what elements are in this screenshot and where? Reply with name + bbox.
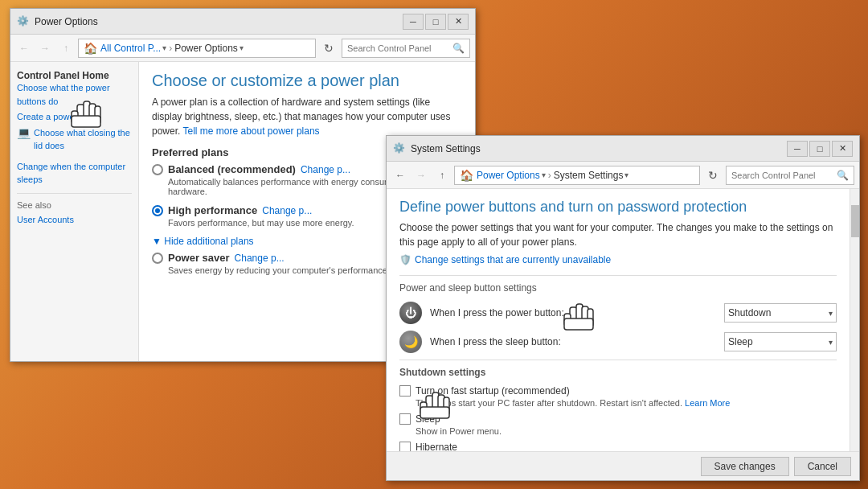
power-button-label: When I press the power button: [430,307,716,318]
sys-breadcrumb-sep: › [548,170,551,181]
sys-back-button[interactable]: ← [391,166,409,184]
fast-startup-checkbox[interactable] [399,385,411,397]
sidebar-link-accounts[interactable]: User Accounts [17,213,132,227]
system-settings-content-area: Define power buttons and turn on passwor… [387,189,859,480]
breadcrumb-separator: › [169,43,172,54]
plan-highperf-name: High performance [168,204,257,216]
breadcrumb-current-dropdown[interactable]: ▾ [240,43,244,52]
power-button-value: Shutdown [728,307,771,318]
system-settings-bottom-bar: Save changes Cancel [387,451,859,480]
shield-icon: 🛡️ [399,254,411,265]
shutdown-title: Shutdown settings [399,367,837,378]
sys-change-link[interactable]: 🛡️ Change settings that are currently un… [399,254,837,265]
system-settings-icon: ⚙️ [393,142,406,155]
power-options-sidebar: Control Panel Home Choose what the power… [10,62,139,361]
close-button[interactable]: ✕ [448,14,469,30]
page-title: Choose or customize a power plan [152,72,462,90]
sidebar-link-buttons[interactable]: Choose what the power buttons do [17,81,132,108]
system-settings-titlebar: ⚙️ System Settings ─ □ ✕ [387,136,859,162]
sleep-checkbox-label: Sleep [416,413,502,426]
power-options-icon: ⚙️ [17,15,30,28]
see-also-label: See also [17,200,132,210]
plan-powersaver-radio[interactable] [152,253,163,264]
sleep-button-dropdown-arrow: ▾ [829,338,833,347]
sys-maximize-button[interactable]: □ [809,141,830,157]
sys-search-icon: 🔍 [837,170,849,181]
plan-highperf-radio[interactable] [152,205,163,216]
power-button-icon: ⏻ [399,302,422,324]
power-sleep-section: Power and sleep button settings [399,282,837,294]
sys-refresh-button[interactable]: ↻ [703,166,723,185]
plan-highperf-change[interactable]: Change p... [262,205,312,216]
power-options-titlebar: ⚙️ Power Options ─ □ ✕ [10,9,475,35]
fast-startup-label: Turn on fast startup (recommended) [416,384,730,398]
sleep-checkbox-sublabel: Show in Power menu. [416,426,502,436]
sleep-button-value: Sleep [728,336,753,347]
fast-startup-text: Turn on fast startup (recommended) This … [416,384,730,408]
sys-breadcrumb-current: System Settings [554,170,624,181]
sleep-button-label: When I press the sleep button: [430,336,716,347]
breadcrumb-allcontrol[interactable]: All Control P... [100,43,161,54]
sys-breadcrumb-current-dropdown[interactable]: ▾ [624,171,628,179]
sys-up-button[interactable]: ↑ [433,166,451,184]
sys-search-box[interactable]: 🔍 [726,166,854,185]
sleep-text: Sleep Show in Power menu. [416,413,502,436]
sys-forward-button[interactable]: → [412,166,430,184]
breadcrumb-icon: 🏠 [84,42,97,55]
checkbox-fast-startup: Turn on fast startup (recommended) This … [399,384,837,408]
cancel-button[interactable]: Cancel [794,457,851,476]
system-window-controls: ─ □ ✕ [787,141,853,157]
checkbox-sleep: Sleep Show in Power menu. [399,413,837,436]
search-input[interactable] [347,43,452,53]
sleep-checkbox[interactable] [399,413,411,425]
sidebar-link-sleep[interactable]: Change when the computer sleeps [17,160,132,187]
plan-balanced-change[interactable]: Change p... [301,164,350,175]
power-options-addressbar: ← → ↑ 🏠 All Control P... ▾ › Power Optio… [10,35,475,62]
breadcrumb-current: Power Options [174,43,238,54]
power-button-setting: ⏻ When I press the power button: Shutdow… [399,302,837,324]
sys-breadcrumb-bar[interactable]: 🏠 Power Options ▾ › System Settings ▾ [454,166,700,185]
up-button[interactable]: ↑ [57,39,75,57]
sidebar-item-lid[interactable]: 💻 Choose what closing the lid does [17,126,132,155]
sleep-button-icon: 🌙 [399,331,422,353]
back-button[interactable]: ← [15,39,33,57]
sidebar-link-create[interactable]: Create a power plan [17,110,132,124]
system-settings-addressbar: ← → ↑ 🏠 Power Options ▾ › System Setting… [387,162,859,189]
system-settings-main: Define power buttons and turn on passwor… [387,189,850,480]
refresh-button[interactable]: ↻ [319,39,338,58]
save-changes-button[interactable]: Save changes [701,457,789,476]
minimize-button[interactable]: ─ [403,14,424,30]
plan-balanced-name: Balanced (recommended) [168,163,296,175]
system-settings-title: System Settings [411,143,787,154]
sys-search-input[interactable] [731,171,837,180]
sys-page-title: Define power buttons and turn on passwor… [399,199,837,216]
search-box[interactable]: 🔍 [342,39,470,58]
sys-breadcrumb-dropdown[interactable]: ▾ [542,171,546,179]
sleep-button-select[interactable]: Sleep ▾ [724,332,837,351]
page-description: A power plan is a collection of hardware… [152,95,462,138]
forward-button[interactable]: → [36,39,54,57]
sleep-button-setting: 🌙 When I press the sleep button: Sleep ▾ [399,331,837,353]
power-button-select[interactable]: Shutdown ▾ [724,303,837,323]
breadcrumb-dropdown[interactable]: ▾ [162,43,166,52]
sidebar-heading: Control Panel Home [17,70,109,81]
search-icon: 🔍 [452,43,465,54]
fast-startup-sublabel: This helps start your PC faster after sh… [416,398,730,408]
plan-powersaver-change[interactable]: Change p... [235,253,285,264]
power-button-dropdown-arrow: ▾ [829,309,833,318]
learn-more-link[interactable]: Learn More [685,398,730,408]
learn-more-link[interactable]: Tell me more about power plans [182,125,319,137]
power-options-title: Power Options [35,16,403,27]
sys-breadcrumb-icon: 🏠 [460,169,473,182]
plan-balanced-radio[interactable] [152,164,163,175]
sys-breadcrumb-power[interactable]: Power Options [477,170,540,181]
lid-icon: 💻 [17,126,31,139]
system-settings-window: ⚙️ System Settings ─ □ ✕ ← → ↑ 🏠 Power O… [386,135,860,481]
maximize-button[interactable]: □ [425,14,446,30]
sys-minimize-button[interactable]: ─ [787,141,808,157]
system-scrollbar[interactable] [850,189,859,480]
breadcrumb-bar[interactable]: 🏠 All Control P... ▾ › Power Options ▾ [78,39,316,58]
sys-close-button[interactable]: ✕ [832,141,853,157]
power-options-window-controls: ─ □ ✕ [403,14,469,30]
system-scrollbar-thumb[interactable] [851,205,859,237]
